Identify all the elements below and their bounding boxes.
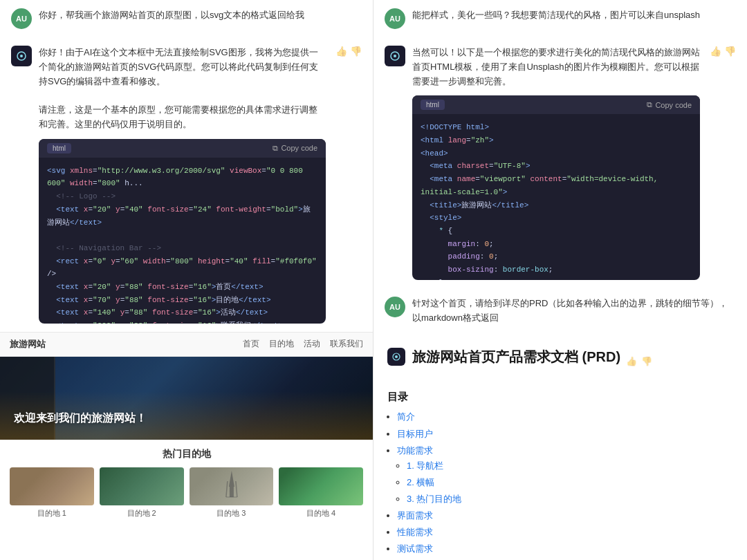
user-message-3: AU 针对这个首页，请给到详尽的PRD（比如各种输入出的边界，跳转的细节等），以… (374, 288, 747, 334)
lang-badge-1: html (47, 143, 71, 153)
toc-link-intro[interactable]: 简介 (397, 411, 415, 422)
toc-link-ui[interactable]: 界面需求 (397, 510, 433, 521)
prd-heading: 旅游网站首页产品需求文档 (PRD) (412, 345, 620, 368)
code-body-2: <!DOCTYPE html> <html lang="zh"> <head> … (412, 114, 700, 280)
hero-text: 欢迎来到我们的旅游网站！ (14, 411, 147, 426)
message-actions-1: 👍 👎 (335, 46, 362, 57)
ai-avatar-2 (385, 46, 405, 66)
destination-image-3 (190, 467, 274, 505)
prd-thumb-up[interactable]: 👍 (626, 354, 637, 369)
toc-item-ui[interactable]: 界面需求 (397, 508, 733, 523)
toc-heading: 目录 (387, 388, 733, 406)
svg-point-10 (395, 355, 398, 358)
user-message-1-text: 你好，帮我画个旅游网站首页的原型图，以svg文本的格式返回给我 (39, 8, 362, 23)
code-block-1: html ⧉ Copy code <svg xmlns="http://www.… (39, 139, 326, 324)
destination-image-4 (279, 467, 363, 505)
destination-item-2[interactable]: 目的地 2 (100, 467, 184, 519)
destination-label-3: 目的地 3 (216, 508, 246, 519)
user-avatar-2: AU (385, 8, 405, 29)
user-avatar-3: AU (385, 297, 405, 317)
toc-item-intro[interactable]: 简介 (397, 409, 733, 424)
toc-item-target[interactable]: 目标用户 (397, 427, 733, 442)
destination-item-1[interactable]: 目的地 1 (10, 467, 94, 519)
svg-line-5 (235, 481, 237, 497)
toc-item-test[interactable]: 测试需求 (397, 541, 733, 557)
svg-marker-2 (228, 471, 234, 487)
toc-link-banner[interactable]: 2. 横幅 (407, 477, 434, 487)
destination-label-1: 目的地 1 (37, 508, 66, 519)
hero-background (0, 357, 373, 440)
thumb-down-icon-1[interactable]: 👎 (350, 46, 362, 57)
toc-item-perf[interactable]: 性能需求 (397, 525, 733, 540)
toc-link-target[interactable]: 目标用户 (397, 429, 433, 439)
message-actions-2: 👍 👎 (710, 46, 736, 57)
prd-actions: 👍 👎 (626, 354, 652, 369)
ai-message-2-text: 当然可以！以下是一个根据您的要求进行美化的简洁现代风格的旅游网站首页HTML模板… (412, 46, 700, 88)
lang-badge-2: html (421, 100, 445, 110)
destination-image-2 (100, 467, 184, 505)
nav-item-home[interactable]: 首页 (243, 338, 259, 350)
toc-link-nav[interactable]: 1. 导航栏 (407, 460, 443, 471)
eiffel-decoration (190, 467, 274, 505)
ai-message-2: 当然可以！以下是一个根据您的要求进行美化的简洁现代风格的旅游网站首页HTML模板… (374, 37, 747, 288)
user-message-3-text: 针对这个首页，请给到详尽的PRD（比如各种输入出的边界，跳转的细节等），以mar… (412, 297, 736, 326)
destination-item-3[interactable]: 目的地 3 (190, 467, 274, 519)
hero-overlay (0, 357, 373, 440)
user-avatar-1: AU (11, 8, 32, 29)
ai-message-1: 你好！由于AI在这个文本框中无法直接绘制SVG图形，我将为您提供一个简化的旅游网… (0, 37, 373, 332)
copy-icon-1: ⧉ (273, 144, 278, 153)
toc-link-test[interactable]: 测试需求 (397, 543, 433, 554)
ai-prd-icon (387, 348, 405, 366)
thumb-up-icon-2[interactable]: 👍 (710, 46, 721, 57)
user-message-2-text: 能把样式，美化一些吗？我想要简洁现代的风格，图片可以来自unsplash (412, 8, 736, 23)
left-panel: AU 你好，帮我画个旅游网站首页的原型图，以svg文本的格式返回给我 你好！由于… (0, 0, 374, 560)
preview-header: 旅游网站 首页 目的地 活动 联系我们 (0, 333, 373, 357)
toc-item-nav[interactable]: 1. 导航栏 (407, 458, 733, 474)
prd-document: 旅游网站首页产品需求文档 (PRD) 👍 👎 目录 简介 目标用户 功能需求 1… (374, 334, 747, 560)
destination-item-4[interactable]: 目的地 4 (279, 467, 363, 519)
svg-point-8 (394, 55, 396, 57)
preview-hero: 欢迎来到我们的旅游网站！ (0, 357, 373, 440)
code-body-1: <svg xmlns="http://www.w3.org/2000/svg" … (39, 158, 326, 324)
destination-image-1 (10, 467, 94, 505)
toc-link-perf[interactable]: 性能需求 (397, 527, 433, 537)
preview-site-title: 旅游网站 (10, 338, 46, 351)
preview-nav: 首页 目的地 活动 联系我们 (243, 338, 363, 350)
toc-item-hot[interactable]: 3. 热门目的地 (407, 492, 733, 507)
code-header-1: html ⧉ Copy code (39, 139, 326, 158)
nav-item-destinations[interactable]: 目的地 (269, 338, 294, 350)
svg-rect-3 (229, 487, 233, 497)
toc-item-banner[interactable]: 2. 横幅 (407, 475, 733, 490)
thumb-down-icon-2[interactable]: 👎 (724, 46, 736, 57)
svg-point-1 (20, 55, 23, 57)
toc-item-func[interactable]: 功能需求 1. 导航栏 2. 横幅 3. 热门目的地 (397, 443, 733, 507)
toc-link-hot[interactable]: 3. 热门目的地 (407, 494, 461, 504)
thumb-up-icon-1[interactable]: 👍 (335, 46, 347, 57)
copy-icon-2: ⧉ (647, 100, 652, 109)
code-block-2: html ⧉ Copy code <!DOCTYPE html> <html l… (412, 95, 700, 280)
nav-item-contact[interactable]: 联系我们 (330, 338, 363, 350)
ai-message-1-text: 你好！由于AI在这个文本框中无法直接绘制SVG图形，我将为您提供一个简化的旅游网… (39, 46, 326, 132)
website-preview: 旅游网站 首页 目的地 活动 联系我们 欢迎来到我们的旅游网站！ 热门目的地 目… (0, 332, 373, 527)
copy-button-2[interactable]: ⧉ Copy code (647, 100, 692, 109)
prd-title-block: 旅游网站首页产品需求文档 (PRD) (387, 345, 620, 368)
svg-line-4 (225, 481, 227, 497)
code-header-2: html ⧉ Copy code (412, 95, 700, 114)
preview-destinations: 热门目的地 目的地 1 目的地 2 (0, 440, 373, 527)
destination-label-4: 目的地 4 (306, 508, 335, 519)
right-panel: AU 能把样式，美化一些吗？我想要简洁现代的风格，图片可以来自unsplash … (374, 0, 747, 560)
destinations-heading: 热门目的地 (10, 448, 363, 460)
ai-avatar-1 (11, 46, 32, 66)
user-message-1: AU 你好，帮我画个旅游网站首页的原型图，以svg文本的格式返回给我 (0, 0, 373, 37)
prd-thumb-down[interactable]: 👎 (641, 354, 652, 369)
user-message-2: AU 能把样式，美化一些吗？我想要简洁现代的风格，图片可以来自unsplash (374, 0, 747, 37)
nav-item-activities[interactable]: 活动 (304, 338, 320, 350)
destinations-grid: 目的地 1 目的地 2 (10, 467, 363, 519)
copy-button-1[interactable]: ⧉ Copy code (273, 144, 317, 153)
toc-link-func[interactable]: 功能需求 (397, 445, 433, 456)
destination-label-2: 目的地 2 (127, 508, 156, 519)
prd-toc-list: 简介 目标用户 功能需求 1. 导航栏 2. 横幅 3. 热门目的地 界面需求 … (387, 409, 733, 557)
